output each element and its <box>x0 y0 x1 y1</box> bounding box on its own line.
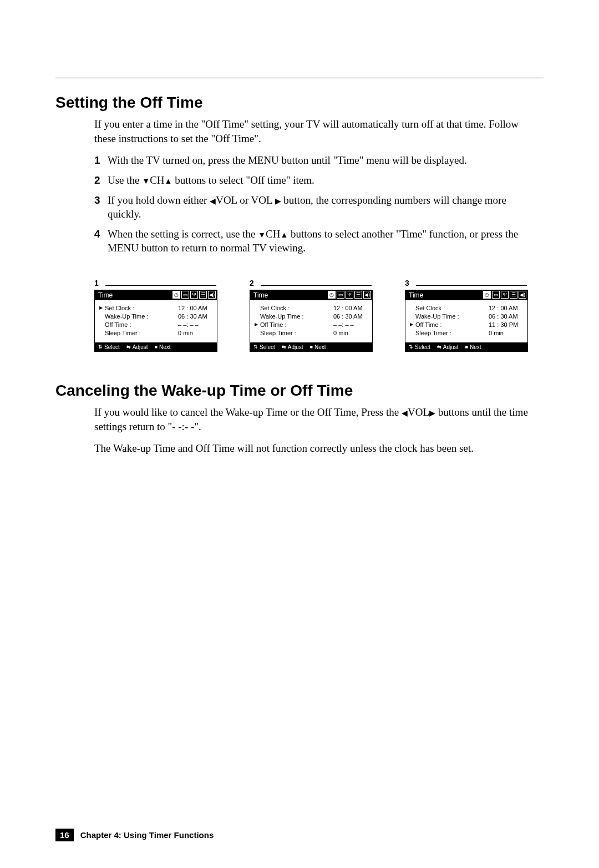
screen-step-number: 3 <box>405 279 409 287</box>
osd-row-label: Wake-Up Time : <box>260 313 333 320</box>
step-3: 3 If you hold down either ◀VOL or VOL ▶ … <box>94 193 538 221</box>
footer-next: ■Next <box>465 344 481 350</box>
triangle-down-icon: ▼ <box>142 176 150 187</box>
osd-screen: 2Time◷▭Ψ☰◀)Set Clock :12 : 00 AMWake-Up … <box>250 280 372 352</box>
footer-label: Select <box>104 344 120 350</box>
row-marker-icon: ▶ <box>410 322 415 327</box>
osd-row-value: – –: – – <box>178 321 212 328</box>
step-number: 4 <box>94 227 108 241</box>
speaker-icon: ◀) <box>363 291 371 299</box>
footer-symbol-icon: ⇆ <box>126 344 131 350</box>
osd-body: ▶Set Clock :12 : 00 AMWake-Up Time :06 :… <box>95 300 217 342</box>
screen-step-number: 1 <box>94 279 99 287</box>
antenna-icon: Ψ <box>501 291 509 299</box>
osd-row-label: Sleep Timer : <box>260 330 333 336</box>
osd-row: Sleep Timer :0 min <box>255 329 368 337</box>
osd-footer: ⇅Select⇆Adjust■Next <box>250 342 372 351</box>
clock-icon: ◷ <box>328 291 336 299</box>
sliders-icon: ☰ <box>354 291 362 299</box>
footer-select: ⇅Select <box>253 344 275 350</box>
osd-row-label: Set Clock : <box>415 305 489 311</box>
text-part: buttons to select "Off time" item. <box>172 174 314 186</box>
osd-tab-icons: ◷▭Ψ☰◀) <box>483 291 526 299</box>
osd-tab-icons: ◷▭Ψ☰◀) <box>328 291 371 299</box>
osd-title: Time <box>405 291 423 299</box>
osd-row-value: 12 : 00 AM <box>333 305 368 311</box>
osd-titlebar: Time◷▭Ψ☰◀) <box>95 290 217 300</box>
osd-body: Set Clock :12 : 00 AMWake-Up Time :06 : … <box>250 300 372 342</box>
tv-icon: ▭ <box>181 291 189 299</box>
cancel-paragraph-1: If you would like to cancel the Wake-up … <box>94 405 538 433</box>
osd-row: Wake-Up Time :06 : 30 AM <box>99 312 212 320</box>
footer-symbol-icon: ⇅ <box>409 344 413 350</box>
osd-screen: 1Time◷▭Ψ☰◀)▶Set Clock :12 : 00 AMWake-Up… <box>94 280 216 352</box>
osd-row: Sleep Timer :0 min <box>410 329 523 337</box>
osd-row-value: 12 : 00 AM <box>178 305 212 311</box>
row-marker-icon: ▶ <box>255 322 260 327</box>
footer-symbol-icon: ■ <box>310 344 313 350</box>
osd-title: Time <box>95 291 113 299</box>
triangle-up-icon: ▲ <box>280 230 288 241</box>
steps-list: 1 With the TV turned on, press the MENU … <box>94 153 538 255</box>
osd-row-value: 0 min <box>333 330 368 336</box>
osd-row-value: 12 : 00 AM <box>489 305 523 311</box>
osd-row-label: Off Time : <box>415 321 489 328</box>
footer-symbol-icon: ⇅ <box>98 344 103 350</box>
osd-row-value: 0 min <box>178 330 212 336</box>
osd-panel: Time◷▭Ψ☰◀)Set Clock :12 : 00 AMWake-Up T… <box>250 290 373 352</box>
osd-row-label: Wake-Up Time : <box>105 313 178 320</box>
speaker-icon: ◀) <box>519 291 526 299</box>
triangle-right-icon: ▶ <box>429 408 435 419</box>
footer-select: ⇅Select <box>409 344 430 350</box>
text-part: VOL <box>408 406 429 418</box>
osd-row: ▶Off Time :11 : 30 PM <box>410 320 523 329</box>
osd-panel: Time◷▭Ψ☰◀)Set Clock :12 : 00 AMWake-Up T… <box>405 290 528 352</box>
footer-adjust: ⇆Adjust <box>282 344 303 350</box>
text-part: CH <box>266 228 280 240</box>
screen-step-number: 2 <box>250 279 254 287</box>
screen-divider <box>105 285 216 286</box>
footer-label: Adjust <box>443 344 459 350</box>
osd-row-label: Wake-Up Time : <box>415 313 489 320</box>
footer-label: Adjust <box>133 344 148 350</box>
osd-row-label: Set Clock : <box>105 305 178 311</box>
sliders-icon: ☰ <box>510 291 517 299</box>
osd-row: Sleep Timer :0 min <box>99 329 212 337</box>
step-text: If you hold down either ◀VOL or VOL ▶ bu… <box>108 193 538 221</box>
cancel-paragraph-2: The Wake-up Time and Off Time will not f… <box>94 441 538 456</box>
page-footer: 16 Chapter 4: Using Timer Functions <box>55 829 214 841</box>
footer-label: Adjust <box>288 344 303 350</box>
osd-row-value: 06 : 30 AM <box>489 313 523 320</box>
screen-divider <box>261 285 372 286</box>
step-text: With the TV turned on, press the MENU bu… <box>108 153 538 168</box>
osd-footer: ⇅Select⇆Adjust■Next <box>95 342 217 351</box>
intro-off-time: If you enter a time in the "Off Time" se… <box>94 117 538 145</box>
osd-row-label: Set Clock : <box>260 305 333 311</box>
footer-symbol-icon: ■ <box>465 344 468 350</box>
top-rule <box>55 78 544 78</box>
footer-next: ■Next <box>310 344 326 350</box>
speaker-icon: ◀) <box>208 291 216 299</box>
heading-cancel: Canceling the Wake-up Time or Off Time <box>55 382 544 400</box>
osd-tab-icons: ◷▭Ψ☰◀) <box>172 291 216 299</box>
step-text: Use the ▼CH▲ buttons to select "Off time… <box>108 173 538 188</box>
text-part: CH <box>150 174 164 186</box>
osd-row: Wake-Up Time :06 : 30 AM <box>410 312 523 320</box>
footer-label: Next <box>159 344 171 350</box>
footer-next: ■Next <box>155 344 171 350</box>
triangle-down-icon: ▼ <box>258 230 266 241</box>
sliders-icon: ☰ <box>199 291 207 299</box>
clock-icon: ◷ <box>172 291 180 299</box>
footer-symbol-icon: ⇅ <box>253 344 258 350</box>
step-number: 2 <box>94 173 108 188</box>
osd-row-value: 06 : 30 AM <box>333 313 368 320</box>
tv-icon: ▭ <box>337 291 344 299</box>
osd-row: Set Clock :12 : 00 AM <box>255 304 368 312</box>
footer-symbol-icon: ⇆ <box>437 344 441 350</box>
antenna-icon: Ψ <box>346 291 353 299</box>
osd-panel: Time◷▭Ψ☰◀)▶Set Clock :12 : 00 AMWake-Up … <box>94 290 217 352</box>
osd-row-label: Sleep Timer : <box>415 330 489 336</box>
footer-select: ⇅Select <box>98 344 120 350</box>
step-1: 1 With the TV turned on, press the MENU … <box>94 153 538 168</box>
osd-screen: 3Time◷▭Ψ☰◀)Set Clock :12 : 00 AMWake-Up … <box>405 280 527 352</box>
